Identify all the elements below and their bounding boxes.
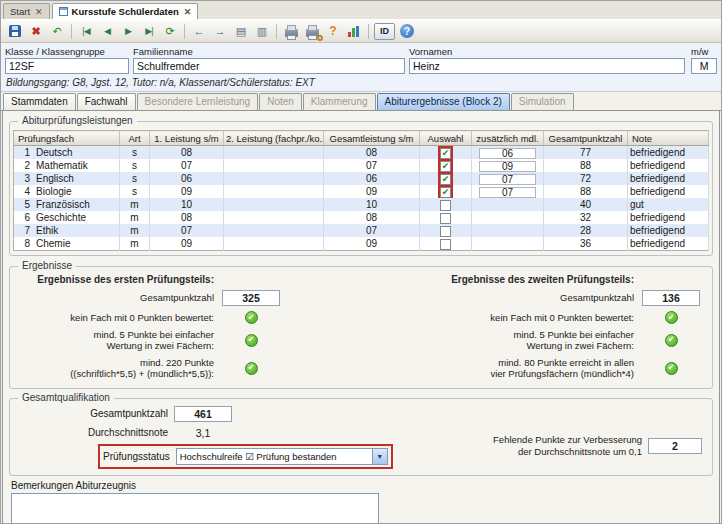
mdl-input[interactable]: 07 (479, 187, 536, 198)
next-record-button[interactable]: ▶ (118, 21, 138, 41)
undo-button[interactable]: ↶ (47, 21, 67, 41)
cell-leistung1: 08 (150, 146, 224, 160)
qualification-fields: Gesamtpunktzahl 461 Durchschnittsnote 3,… (18, 401, 393, 469)
forward-icon: → (215, 25, 226, 37)
save-button[interactable] (5, 21, 25, 41)
field-vornamen: Vornamen (409, 46, 685, 74)
zweiter-pruefungsteil: Ergebnisse des zweiten Prüfungsteils: Ge… (390, 271, 702, 380)
print-icon (285, 29, 298, 37)
klasse-input[interactable] (5, 58, 129, 74)
delete-button[interactable]: ✖ (26, 21, 46, 41)
auswahl-checkbox[interactable] (440, 148, 451, 159)
cell-note: befriedigend (628, 185, 709, 198)
col-auswahl: Auswahl (420, 131, 472, 146)
cell-art: m (120, 237, 150, 251)
previous-record-icon: ◀ (104, 26, 110, 36)
help-button[interactable]: ? (323, 21, 343, 41)
remarks-textarea[interactable] (11, 493, 379, 524)
back-button[interactable]: ← (189, 21, 209, 41)
chart-button[interactable] (344, 21, 364, 41)
close-icon[interactable]: ✕ (183, 7, 192, 17)
table-row: 2Mathematik s 07 07 09 88 befriedigend (14, 159, 709, 172)
auswahl-checkbox[interactable] (440, 200, 451, 211)
table-row: 5Französisch m 10 10 40 gut (14, 198, 709, 211)
tab-besondere-lernleistung: Besondere Lernleistung (137, 93, 259, 110)
print-button[interactable] (281, 21, 301, 41)
cell-leistung1: 09 (150, 237, 224, 251)
row-number: 2 (16, 159, 30, 172)
part2-gesamtpunktzahl-value: 136 (642, 290, 700, 306)
table-row: 6Geschichte m 08 08 32 befriedigend (14, 211, 709, 224)
mw-input[interactable] (691, 58, 717, 74)
first-record-button[interactable]: |◀ (76, 21, 96, 41)
check-label: mind. 80 Punkte erreicht in allen vier P… (490, 357, 634, 380)
cell-leistung1: 07 (150, 159, 224, 172)
cell-auswahl (420, 185, 472, 198)
missing-points-value: 2 (648, 438, 702, 454)
check-ok-icon (245, 311, 258, 324)
group-title: Abiturprüfungsleistungen (18, 115, 137, 126)
col-zusaetzlich-mdl: zusätzlich mdl. (472, 131, 544, 146)
cell-zusaetzlich-mdl: 09 (472, 159, 544, 172)
familienname-input[interactable] (133, 58, 405, 74)
cell-art: m (120, 211, 150, 224)
auswahl-checkbox[interactable] (440, 239, 451, 250)
tab-stammdaten[interactable]: Stammdaten (3, 93, 76, 110)
auswahl-checkbox[interactable] (440, 174, 451, 185)
forward-button[interactable]: → (210, 21, 230, 41)
auswahl-checkbox[interactable] (440, 226, 451, 237)
id-button[interactable]: ID (374, 23, 395, 40)
durchschnittsnote-value: 3,1 (174, 427, 232, 439)
cell-note: befriedigend (628, 172, 709, 185)
row-number: 4 (16, 185, 30, 198)
check-label: mind. 5 Punkte bei einfacher Wertung in … (514, 329, 634, 352)
mdl-input[interactable]: 06 (479, 148, 536, 159)
auswahl-checkbox[interactable] (440, 161, 451, 172)
last-record-button[interactable]: ▶| (139, 21, 159, 41)
doc-tab-start[interactable]: Start ✕ (3, 3, 50, 19)
cell-gesamtleistung: 08 (324, 146, 420, 160)
student-header: Klasse / Klassengruppe Familienname Vorn… (1, 43, 721, 92)
mdl-input[interactable] (479, 200, 536, 211)
cell-leistung2 (224, 159, 324, 172)
close-icon[interactable]: ✕ (34, 7, 43, 17)
doc-tab-kursstufe-schuelerdaten[interactable]: Kursstufe Schülerdaten ✕ (52, 3, 199, 19)
tab-simulation: Simulation (511, 93, 574, 110)
check-label: kein Fach mit 0 Punkten bewertet: (70, 312, 214, 323)
cell-gesamtpunktzahl: 72 (544, 172, 628, 185)
info-button[interactable]: ? (397, 21, 417, 41)
print-preview-button[interactable] (302, 21, 322, 41)
main-panel: Abiturprüfungsleistungen Prüfungsfach Ar… (2, 111, 720, 524)
copy-icon: ▤ (236, 25, 246, 38)
pruefungsstatus-dropdown[interactable]: Hochschulreife ☑ Prüfung bestanden (176, 448, 388, 465)
row-number: 6 (16, 211, 30, 224)
cell-auswahl (420, 146, 472, 160)
tab-fachwahl[interactable]: Fachwahl (77, 93, 136, 110)
cell-subject: 8Chemie (14, 237, 120, 251)
cell-note: befriedigend (628, 224, 709, 237)
cell-gesamtpunktzahl: 88 (544, 185, 628, 198)
pruefungsstatus-highlight: Prüfungsstatus Hochschulreife ☑ Prüfung … (98, 444, 393, 469)
refresh-button[interactable]: ⟳ (160, 21, 180, 41)
auswahl-checkbox[interactable] (440, 213, 451, 224)
auswahl-checkbox[interactable] (440, 187, 451, 198)
mdl-input[interactable] (479, 213, 536, 224)
vornamen-input[interactable] (409, 58, 685, 74)
field-label: Familienname (133, 46, 405, 57)
tab-abiturergebnisse[interactable]: Abiturergebnisse (Block 2) (377, 93, 510, 110)
mdl-input[interactable] (479, 239, 536, 250)
paste-button[interactable]: ▥ (252, 21, 272, 41)
cell-note: gut (628, 198, 709, 211)
doc-tab-label: Kursstufe Schülerdaten (72, 6, 179, 17)
subject-label: Biologie (36, 186, 72, 197)
mdl-input[interactable]: 07 (479, 174, 536, 185)
mdl-input[interactable] (479, 226, 536, 237)
chevron-down-icon[interactable] (372, 449, 387, 464)
part1-heading: Ergebnisse des ersten Prüfungsteils: (32, 274, 214, 285)
mdl-input[interactable]: 09 (479, 161, 536, 172)
copy-button[interactable]: ▤ (231, 21, 251, 41)
check-ok-icon (245, 334, 258, 347)
gesamtpunktzahl-label: Gesamtpunktzahl (140, 292, 214, 303)
field-klasse: Klasse / Klassengruppe (5, 46, 129, 74)
previous-record-button[interactable]: ◀ (97, 21, 117, 41)
